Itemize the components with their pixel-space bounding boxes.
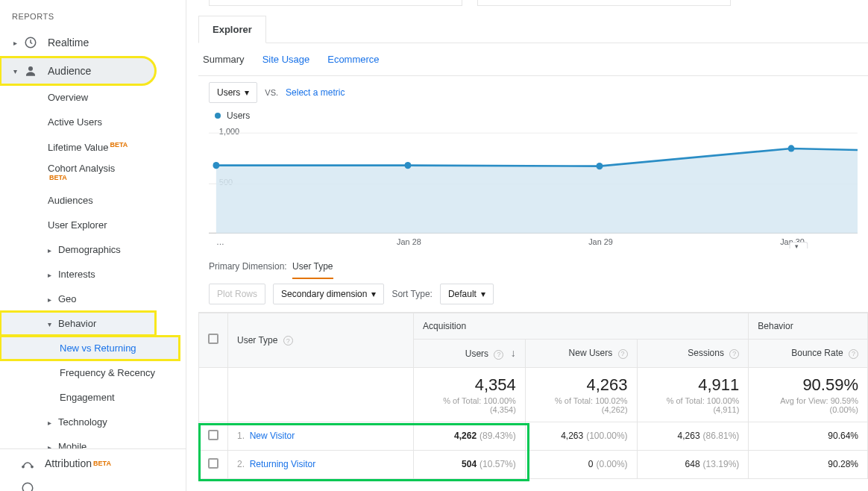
sidebar-item-overview[interactable]: Overview (0, 85, 186, 110)
dimension-value[interactable]: User Type (292, 261, 333, 279)
label: Secondary dimension (281, 289, 367, 299)
chart: Users 1,000 500 … Jan 28 Jan 29 Jan 30 ▾ (198, 109, 868, 251)
totals-row: 4,354% of Total: 100.00% (4,354) 4,263% … (199, 367, 868, 422)
sort-type-label: Sort Type: (391, 289, 432, 299)
subtab-summary[interactable]: Summary (203, 54, 245, 65)
card-remnant (477, 0, 731, 6)
col-group-acquisition: Acquisition (414, 313, 749, 340)
help-icon[interactable]: ? (849, 349, 858, 359)
total-bounce-sub: Avg for View: 90.59% (0.00%) (758, 396, 858, 414)
row-name[interactable]: New Visitor (250, 431, 295, 441)
sidebar-item-interests[interactable]: ▸Interests (0, 262, 186, 287)
val: 90.64% (828, 431, 858, 441)
main: Explorer Summary Site Usage Ecommerce Us… (186, 0, 868, 491)
col-new-users[interactable]: New Users (569, 348, 613, 358)
svg-point-4 (22, 483, 33, 491)
col-bounce[interactable]: Bounce Rate (791, 348, 843, 358)
total-users: 4,354 (475, 375, 516, 394)
label: Behavior (58, 318, 96, 329)
help-icon[interactable]: ? (283, 336, 293, 345)
nav-realtime[interactable]: ▸ Realtime (0, 28, 186, 57)
nav-cut[interactable] (0, 478, 186, 491)
data-table: User Type ? Acquisition Behavior Users ?… (198, 313, 868, 479)
pct: (89.43%) (479, 431, 516, 441)
col-user-type[interactable]: User Type (237, 335, 277, 345)
pct: (0.00%) (597, 459, 628, 469)
chevron-right-icon: ▸ (48, 295, 54, 304)
legend-label: Users (227, 110, 250, 121)
help-icon[interactable]: ? (729, 349, 739, 359)
subtab-ecommerce[interactable]: Ecommerce (327, 54, 379, 65)
person-icon (24, 64, 37, 78)
total-new-users: 4,263 (587, 375, 628, 394)
sidebar-item-user-explorer[interactable]: User Explorer (0, 213, 186, 237)
tab-explorer[interactable]: Explorer (198, 16, 266, 43)
sidebar: REPORTS ▸ Realtime ▾ Audience Overview A… (0, 0, 186, 491)
pct: (13.19%) (703, 459, 740, 469)
label: Demographics (58, 244, 121, 255)
sidebar-item-lifetime-value[interactable]: Lifetime ValueBETA (0, 134, 186, 160)
tools-row: Plot Rows Secondary dimension ▾ Sort Typ… (198, 276, 868, 313)
nav-audience[interactable]: ▾ Audience (0, 57, 156, 85)
svg-point-3 (31, 466, 33, 467)
beta-badge: BETA (93, 460, 111, 467)
col-group-behavior: Behavior (749, 313, 868, 340)
val: 90.28% (828, 459, 858, 469)
chart-controls: Users ▾ VS. Select a metric (198, 75, 868, 109)
svg-point-2 (22, 466, 24, 467)
help-icon[interactable]: ? (618, 349, 628, 359)
chevron-right-icon: ▸ (13, 39, 21, 47)
table-row[interactable]: 1. New Visitor 4,262(89.43%) 4,263(100.0… (199, 422, 868, 450)
col-users[interactable]: Users (465, 348, 488, 359)
label: Interests (58, 269, 95, 280)
svg-rect-12 (790, 243, 808, 248)
nav-attribution[interactable]: Attribution BETA (0, 449, 186, 478)
sidebar-item-audiences[interactable]: Audiences (0, 188, 186, 213)
help-icon[interactable]: ? (494, 350, 503, 360)
sort-down-icon[interactable]: ↓ (511, 347, 516, 359)
card-remnant (209, 0, 462, 6)
pct: (10.57%) (479, 459, 516, 469)
svg-point-8 (213, 162, 219, 169)
svg-text:▾: ▾ (795, 243, 799, 248)
row-checkbox[interactable] (208, 430, 218, 440)
nav-label: Realtime (48, 37, 89, 49)
chevron-down-icon: ▾ (48, 320, 54, 328)
vs-label: VS. (265, 88, 278, 97)
col-sessions[interactable]: Sessions (688, 348, 724, 358)
subtab-site-usage[interactable]: Site Usage (262, 54, 310, 65)
select-metric-link[interactable]: Select a metric (286, 87, 345, 98)
row-checkbox[interactable] (208, 458, 218, 469)
chevron-down-icon: ▾ (371, 289, 376, 299)
total-new-users-sub: % of Total: 100.02% (4,262) (535, 396, 628, 414)
sidebar-item-behavior[interactable]: ▾Behavior (0, 311, 156, 336)
sidebar-header: REPORTS (0, 7, 186, 28)
dimension-label: Primary Dimension: (209, 261, 287, 272)
metric-dropdown[interactable]: Users ▾ (209, 82, 257, 103)
sidebar-item-active-users[interactable]: Active Users (0, 110, 186, 134)
val: 0 (588, 459, 594, 469)
row-name[interactable]: Returning Visitor (250, 459, 316, 469)
select-all-checkbox[interactable] (208, 334, 218, 344)
sidebar-item-new-vs-returning[interactable]: New vs Returning (0, 336, 180, 360)
sort-type-dropdown[interactable]: Default ▾ (440, 284, 494, 304)
label: Users (217, 87, 240, 98)
secondary-dimension-dropdown[interactable]: Secondary dimension ▾ (273, 284, 384, 304)
xtick-0: … (216, 237, 224, 246)
chevron-down-icon: ▾ (13, 67, 21, 75)
sidebar-item-engagement[interactable]: Engagement (0, 385, 186, 410)
sidebar-item-geo[interactable]: ▸Geo (0, 287, 186, 311)
beta-badge: BETA (110, 141, 128, 148)
clock-icon (24, 36, 37, 49)
total-sessions-sub: % of Total: 100.00% (4,911) (647, 396, 740, 414)
xtick-1: Jan 28 (397, 237, 421, 246)
sidebar-item-cohort[interactable]: Cohort AnalysisBETA (0, 160, 186, 187)
sidebar-item-frequency[interactable]: Frequency & Recency (0, 360, 186, 385)
val: 4,263 (561, 431, 583, 441)
sidebar-item-demographics[interactable]: ▸Demographics (0, 237, 186, 262)
attribution-icon (21, 457, 34, 470)
val: 648 (685, 459, 700, 469)
table-row[interactable]: 2. Returning Visitor 504(10.57%) 0(0.00%… (199, 450, 868, 478)
sidebar-item-technology[interactable]: ▸Technology (0, 410, 186, 434)
row-index: 2. (237, 459, 245, 469)
